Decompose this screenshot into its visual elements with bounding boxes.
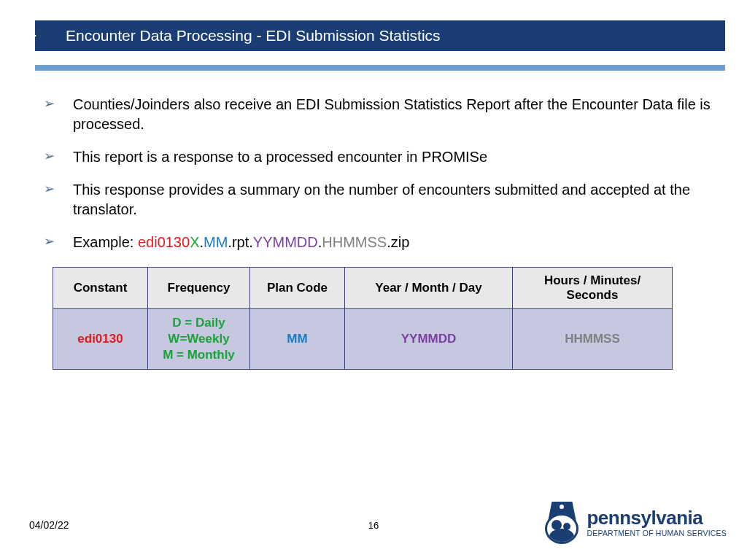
- example-rpt: .rpt.: [228, 234, 252, 250]
- th-hms: Hours / Minutes/ Seconds: [513, 268, 673, 309]
- footer-page-number: 16: [368, 520, 379, 531]
- family-icon: [545, 513, 578, 544]
- logo-department: DEPARTMENT OF HUMAN SERVICES: [587, 529, 727, 537]
- slide-title-bar: Encounter Data Processing - EDI Submissi…: [35, 20, 725, 51]
- bullet-item: This response provides a summary on the …: [44, 180, 711, 219]
- bullet-item: Counties/Joinders also receive an EDI Su…: [44, 95, 711, 134]
- bullet-item: This report is a response to a processed…: [44, 147, 711, 167]
- td-frequency: D = Daily W=Weekly M = Monthly: [148, 309, 250, 370]
- th-constant: Constant: [53, 268, 148, 309]
- bullet-text: This response provides a summary on the …: [73, 182, 690, 217]
- freq-line: D = Daily: [152, 315, 245, 331]
- slide-title: Encounter Data Processing - EDI Submissi…: [66, 27, 441, 44]
- bullet-list: Counties/Joinders also receive an EDI Su…: [44, 95, 711, 252]
- td-plan: MM: [250, 309, 345, 370]
- td-ymd: YYMMDD: [345, 309, 513, 370]
- footer-date: 04/02/22: [29, 519, 69, 531]
- slide-content: Counties/Joinders also receive an EDI Su…: [44, 95, 711, 370]
- example-freq: X: [190, 234, 199, 250]
- bullet-item-example: Example: edi0130X.MM.rpt.YYMMDD.HHMMSS.z…: [44, 233, 711, 252]
- logo-text: pennsylvania DEPARTMENT OF HUMAN SERVICE…: [587, 508, 727, 537]
- th-ymd: Year / Month / Day: [345, 268, 513, 309]
- table-header-row: Constant Frequency Plan Code Year / Mont…: [53, 268, 673, 309]
- table-row: edi0130 D = Daily W=Weekly M = Monthly M…: [53, 309, 673, 370]
- pennsylvania-dhs-logo: pennsylvania DEPARTMENT OF HUMAN SERVICE…: [543, 502, 727, 544]
- filename-table: Constant Frequency Plan Code Year / Mont…: [53, 267, 673, 370]
- th-frequency: Frequency: [148, 268, 250, 309]
- example-plan: MM: [204, 234, 228, 250]
- logo-mark-icon: [543, 502, 581, 544]
- freq-line: W=Weekly: [152, 331, 245, 347]
- example-constant: edi0130: [138, 234, 190, 250]
- accent-divider: [35, 64, 725, 71]
- th-plancode: Plan Code: [250, 268, 345, 309]
- example-zip: .zip: [387, 234, 409, 250]
- example-ymd: YYMMDD: [253, 234, 318, 250]
- bullet-text: Counties/Joinders also receive an EDI Su…: [73, 96, 711, 132]
- freq-line: M = Monthly: [152, 347, 245, 363]
- td-hms: HHMMSS: [513, 309, 673, 370]
- td-constant: edi0130: [53, 309, 148, 370]
- example-prefix: Example:: [73, 234, 138, 250]
- example-hms: HHMMSS: [322, 234, 387, 250]
- bullet-text: This report is a response to a processed…: [73, 149, 487, 165]
- logo-state-name: pennsylvania: [587, 508, 727, 527]
